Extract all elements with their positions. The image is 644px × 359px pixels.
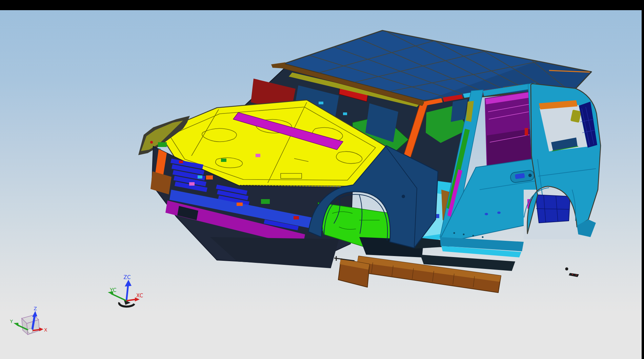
fender-hole xyxy=(402,195,405,198)
cad-application-window: ZC YC XC Z Y X xyxy=(0,0,644,359)
right-screen-bar xyxy=(642,0,644,359)
wcs-x-label: XC xyxy=(136,293,143,299)
debris-bar[interactable] xyxy=(569,273,579,277)
rear-quarter xyxy=(524,84,601,239)
fascia-red-chip-1 xyxy=(179,161,183,163)
fascia-pink-chip-1 xyxy=(256,154,260,157)
abs-origin-ball xyxy=(28,329,33,333)
roof-header-tip xyxy=(271,62,285,68)
debris-red-dot-2 xyxy=(576,275,577,276)
fender-green-chip xyxy=(158,142,167,147)
wcs-y-axis[interactable] xyxy=(111,294,126,301)
fender-red-dot xyxy=(150,141,153,144)
wcs-y-label: YC xyxy=(109,287,117,293)
top-screen-bar xyxy=(0,0,644,10)
abs-z-label: Z xyxy=(34,306,37,311)
debris-dot[interactable] xyxy=(565,268,568,271)
under-bumper-shadow xyxy=(210,237,339,268)
graphics-viewport[interactable]: ZC YC XC Z Y X xyxy=(0,10,642,359)
debris-parts[interactable] xyxy=(565,268,579,277)
fascia-green-chip-1 xyxy=(221,159,226,162)
car-body-model xyxy=(138,30,601,293)
abs-x-label: X xyxy=(44,327,47,333)
wcs-z-label: ZC xyxy=(123,274,131,280)
abs-y-label: Y xyxy=(9,319,13,324)
abs-z-arrowhead xyxy=(32,311,37,317)
fascia-orange-chip-1 xyxy=(206,175,213,180)
absolute-triad: Z Y X xyxy=(9,306,47,335)
wcs-triad: ZC YC XC xyxy=(108,274,143,307)
window-red-chip xyxy=(525,128,528,135)
fascia-cyan-chip xyxy=(198,175,202,178)
debris-red-dot-1 xyxy=(572,274,573,275)
wcs-z-arrowhead[interactable] xyxy=(125,280,132,287)
fascia-green-chip-2 xyxy=(261,199,270,204)
fascia-orange-chip-2 xyxy=(237,203,243,206)
abs-y-arrowhead xyxy=(14,323,19,326)
abs-x-arrowhead xyxy=(39,328,43,331)
wcs-x-axis[interactable] xyxy=(126,299,136,301)
fascia-red-chip-2 xyxy=(294,216,299,219)
model-scene: ZC YC XC Z Y X xyxy=(0,10,642,359)
fascia-pink-chip-2 xyxy=(189,182,195,186)
wcs-z-axis[interactable] xyxy=(126,284,128,301)
